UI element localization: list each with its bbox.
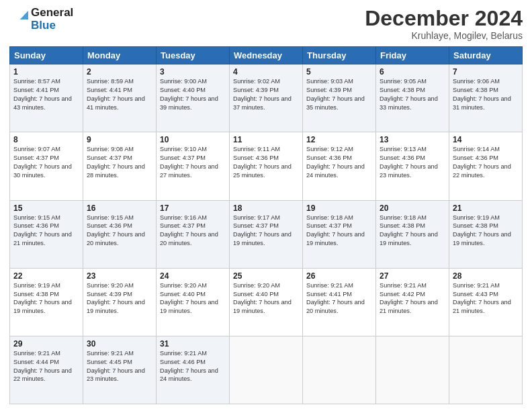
day-info: Sunrise: 9:13 AMSunset: 4:36 PMDaylight:…	[380, 145, 445, 180]
calendar-header-row: SundayMondayTuesdayWednesdayThursdayFrid…	[10, 47, 523, 64]
calendar-cell: 20Sunrise: 9:18 AMSunset: 4:38 PMDayligh…	[376, 200, 449, 268]
calendar-cell: 16Sunrise: 9:15 AMSunset: 4:36 PMDayligh…	[83, 200, 157, 268]
calendar-cell: 8Sunrise: 9:07 AMSunset: 4:37 PMDaylight…	[10, 132, 83, 200]
day-info: Sunrise: 9:02 AMSunset: 4:39 PMDaylight:…	[233, 77, 299, 112]
day-info: Sunrise: 9:06 AMSunset: 4:38 PMDaylight:…	[453, 77, 519, 112]
calendar-cell: 7Sunrise: 9:06 AMSunset: 4:38 PMDaylight…	[449, 64, 523, 132]
day-number: 28	[453, 271, 519, 281]
calendar-header-friday: Friday	[376, 47, 449, 64]
calendar-row-2: 8Sunrise: 9:07 AMSunset: 4:37 PMDaylight…	[10, 132, 523, 200]
day-number: 21	[453, 203, 519, 213]
calendar-cell: 14Sunrise: 9:14 AMSunset: 4:36 PMDayligh…	[449, 132, 523, 200]
day-info: Sunrise: 9:20 AMSunset: 4:40 PMDaylight:…	[160, 281, 226, 316]
day-number: 17	[160, 203, 226, 213]
calendar-cell: 18Sunrise: 9:17 AMSunset: 4:37 PMDayligh…	[230, 200, 303, 268]
calendar-cell: 12Sunrise: 9:12 AMSunset: 4:36 PMDayligh…	[303, 132, 376, 200]
day-number: 30	[87, 339, 152, 349]
calendar-cell: 2Sunrise: 8:59 AMSunset: 4:41 PMDaylight…	[83, 64, 157, 132]
calendar-cell: 3Sunrise: 9:00 AMSunset: 4:40 PMDaylight…	[157, 64, 230, 132]
day-number: 7	[453, 67, 519, 77]
calendar-cell: 28Sunrise: 9:21 AMSunset: 4:43 PMDayligh…	[449, 268, 523, 336]
calendar-cell: 24Sunrise: 9:20 AMSunset: 4:40 PMDayligh…	[157, 268, 230, 336]
day-info: Sunrise: 9:08 AMSunset: 4:37 PMDaylight:…	[87, 145, 152, 180]
day-number: 3	[160, 67, 226, 77]
month-title: December 2024	[365, 7, 523, 30]
day-number: 18	[233, 203, 299, 213]
day-number: 15	[13, 203, 79, 213]
day-info: Sunrise: 9:15 AMSunset: 4:36 PMDaylight:…	[13, 214, 79, 248]
day-number: 20	[380, 203, 445, 213]
logo: General Blue	[9, 7, 73, 32]
day-number: 6	[380, 67, 445, 77]
day-info: Sunrise: 9:12 AMSunset: 4:36 PMDaylight:…	[306, 145, 372, 180]
logo-icon	[9, 10, 28, 29]
day-info: Sunrise: 9:10 AMSunset: 4:37 PMDaylight:…	[160, 145, 226, 180]
day-number: 25	[233, 271, 299, 281]
calendar-header-sunday: Sunday	[10, 47, 83, 64]
day-number: 14	[453, 135, 519, 144]
day-info: Sunrise: 9:17 AMSunset: 4:37 PMDaylight:…	[233, 214, 299, 248]
day-info: Sunrise: 9:20 AMSunset: 4:40 PMDaylight:…	[233, 281, 299, 316]
day-number: 26	[306, 271, 372, 281]
calendar-cell	[376, 336, 449, 404]
calendar-cell: 1Sunrise: 8:57 AMSunset: 4:41 PMDaylight…	[10, 64, 83, 132]
svg-marker-2	[20, 11, 28, 19]
subtitle: Kruhlaye, Mogilev, Belarus	[365, 30, 523, 41]
title-block: December 2024 Kruhlaye, Mogilev, Belarus	[365, 7, 523, 41]
calendar-cell: 13Sunrise: 9:13 AMSunset: 4:36 PMDayligh…	[376, 132, 449, 200]
day-info: Sunrise: 9:00 AMSunset: 4:40 PMDaylight:…	[160, 77, 226, 112]
day-number: 31	[160, 339, 226, 349]
calendar-row-4: 22Sunrise: 9:19 AMSunset: 4:38 PMDayligh…	[10, 268, 523, 336]
day-info: Sunrise: 9:03 AMSunset: 4:39 PMDaylight:…	[306, 77, 372, 112]
calendar-header-thursday: Thursday	[303, 47, 376, 64]
calendar-cell	[449, 336, 523, 404]
day-info: Sunrise: 9:21 AMSunset: 4:41 PMDaylight:…	[306, 281, 372, 316]
calendar-table: SundayMondayTuesdayWednesdayThursdayFrid…	[9, 46, 523, 404]
calendar-cell: 22Sunrise: 9:19 AMSunset: 4:38 PMDayligh…	[10, 268, 83, 336]
calendar-cell: 15Sunrise: 9:15 AMSunset: 4:36 PMDayligh…	[10, 200, 83, 268]
day-number: 12	[306, 135, 372, 144]
calendar-cell: 29Sunrise: 9:21 AMSunset: 4:44 PMDayligh…	[10, 336, 83, 404]
day-number: 1	[13, 67, 79, 77]
day-info: Sunrise: 9:14 AMSunset: 4:36 PMDaylight:…	[453, 145, 519, 180]
day-info: Sunrise: 9:18 AMSunset: 4:37 PMDaylight:…	[306, 214, 372, 248]
calendar-cell: 9Sunrise: 9:08 AMSunset: 4:37 PMDaylight…	[83, 132, 157, 200]
calendar-cell: 6Sunrise: 9:05 AMSunset: 4:38 PMDaylight…	[376, 64, 449, 132]
calendar-header-tuesday: Tuesday	[157, 47, 230, 64]
day-info: Sunrise: 9:16 AMSunset: 4:37 PMDaylight:…	[160, 214, 226, 248]
day-info: Sunrise: 9:19 AMSunset: 4:38 PMDaylight:…	[13, 281, 79, 316]
calendar-cell: 31Sunrise: 9:21 AMSunset: 4:46 PMDayligh…	[157, 336, 230, 404]
day-number: 24	[160, 271, 226, 281]
day-info: Sunrise: 9:21 AMSunset: 4:43 PMDaylight:…	[453, 281, 519, 316]
calendar-header-wednesday: Wednesday	[230, 47, 303, 64]
calendar-cell	[230, 336, 303, 404]
day-number: 23	[87, 271, 152, 281]
calendar-cell: 21Sunrise: 9:19 AMSunset: 4:38 PMDayligh…	[449, 200, 523, 268]
day-info: Sunrise: 9:05 AMSunset: 4:38 PMDaylight:…	[380, 77, 445, 112]
calendar-row-1: 1Sunrise: 8:57 AMSunset: 4:41 PMDaylight…	[10, 64, 523, 132]
day-number: 2	[87, 67, 152, 77]
logo-text: General Blue	[31, 7, 73, 32]
day-info: Sunrise: 9:20 AMSunset: 4:39 PMDaylight:…	[87, 281, 152, 316]
day-number: 5	[306, 67, 372, 77]
day-number: 19	[306, 203, 372, 213]
calendar-cell: 25Sunrise: 9:20 AMSunset: 4:40 PMDayligh…	[230, 268, 303, 336]
calendar-cell: 11Sunrise: 9:11 AMSunset: 4:36 PMDayligh…	[230, 132, 303, 200]
calendar-cell: 27Sunrise: 9:21 AMSunset: 4:42 PMDayligh…	[376, 268, 449, 336]
day-number: 16	[87, 203, 152, 213]
day-number: 29	[13, 339, 79, 349]
day-number: 22	[13, 271, 79, 281]
day-number: 13	[380, 135, 445, 144]
day-number: 11	[233, 135, 299, 144]
calendar-cell: 30Sunrise: 9:21 AMSunset: 4:45 PMDayligh…	[83, 336, 157, 404]
day-info: Sunrise: 9:19 AMSunset: 4:38 PMDaylight:…	[453, 214, 519, 248]
day-number: 10	[160, 135, 226, 144]
calendar-cell: 4Sunrise: 9:02 AMSunset: 4:39 PMDaylight…	[230, 64, 303, 132]
day-info: Sunrise: 8:59 AMSunset: 4:41 PMDaylight:…	[87, 77, 152, 112]
calendar-cell	[303, 336, 376, 404]
page: General Blue December 2024 Kruhlaye, Mog…	[0, 0, 532, 411]
day-info: Sunrise: 9:21 AMSunset: 4:46 PMDaylight:…	[160, 349, 226, 384]
calendar-cell: 23Sunrise: 9:20 AMSunset: 4:39 PMDayligh…	[83, 268, 157, 336]
calendar-cell: 19Sunrise: 9:18 AMSunset: 4:37 PMDayligh…	[303, 200, 376, 268]
calendar-cell: 17Sunrise: 9:16 AMSunset: 4:37 PMDayligh…	[157, 200, 230, 268]
